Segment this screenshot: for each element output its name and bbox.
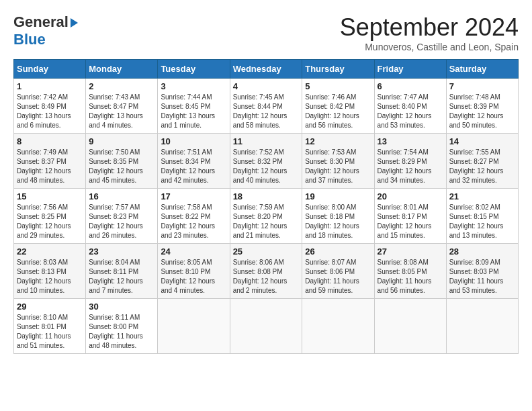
calendar-cell: 7Sunrise: 7:48 AM Sunset: 8:39 PM Daylig… — [446, 79, 518, 134]
day-number: 14 — [449, 136, 515, 146]
day-number: 21 — [449, 191, 515, 201]
calendar-cell: 19Sunrise: 8:00 AM Sunset: 8:18 PM Dayli… — [302, 189, 374, 244]
calendar-cell — [374, 299, 446, 354]
calendar-cell: 18Sunrise: 7:59 AM Sunset: 8:20 PM Dayli… — [230, 189, 302, 244]
day-number: 18 — [233, 191, 300, 201]
calendar-cell: 16Sunrise: 7:57 AM Sunset: 8:23 PM Dayli… — [86, 189, 158, 244]
day-info: Sunrise: 7:56 AM Sunset: 8:25 PM Dayligh… — [17, 203, 83, 240]
day-info: Sunrise: 7:45 AM Sunset: 8:44 PM Dayligh… — [233, 93, 300, 130]
day-info: Sunrise: 7:51 AM Sunset: 8:34 PM Dayligh… — [161, 148, 226, 185]
day-number: 8 — [17, 136, 83, 146]
day-number: 16 — [89, 191, 154, 201]
day-info: Sunrise: 7:44 AM Sunset: 8:45 PM Dayligh… — [161, 93, 226, 130]
header: General Blue September 2024 Munoveros, C… — [13, 13, 519, 52]
day-number: 11 — [233, 136, 300, 146]
day-info: Sunrise: 7:57 AM Sunset: 8:23 PM Dayligh… — [89, 203, 154, 240]
calendar-cell: 14Sunrise: 7:55 AM Sunset: 8:27 PM Dayli… — [446, 134, 518, 189]
header-cell-sunday: Sunday — [14, 60, 86, 79]
calendar-header: SundayMondayTuesdayWednesdayThursdayFrid… — [14, 60, 519, 79]
day-number: 6 — [378, 81, 443, 91]
calendar-cell: 13Sunrise: 7:54 AM Sunset: 8:29 PM Dayli… — [374, 134, 446, 189]
day-info: Sunrise: 7:48 AM Sunset: 8:39 PM Dayligh… — [449, 93, 515, 130]
header-cell-monday: Monday — [86, 60, 158, 79]
day-number: 4 — [233, 81, 300, 91]
day-info: Sunrise: 8:11 AM Sunset: 8:00 PM Dayligh… — [89, 313, 154, 351]
day-info: Sunrise: 8:03 AM Sunset: 8:13 PM Dayligh… — [17, 258, 83, 295]
location-title: Munoveros, Castille and Leon, Spain — [340, 42, 519, 52]
calendar-cell: 8Sunrise: 7:49 AM Sunset: 8:37 PM Daylig… — [14, 134, 86, 189]
day-number: 3 — [161, 81, 226, 91]
day-info: Sunrise: 8:05 AM Sunset: 8:10 PM Dayligh… — [161, 258, 226, 295]
day-number: 13 — [378, 136, 443, 146]
day-number: 26 — [305, 246, 371, 257]
day-info: Sunrise: 7:54 AM Sunset: 8:29 PM Dayligh… — [378, 148, 443, 185]
calendar-week-3: 22Sunrise: 8:03 AM Sunset: 8:13 PM Dayli… — [14, 244, 519, 299]
calendar-cell: 2Sunrise: 7:43 AM Sunset: 8:47 PM Daylig… — [86, 79, 158, 134]
day-number: 7 — [449, 81, 515, 91]
calendar-week-2: 15Sunrise: 7:56 AM Sunset: 8:25 PM Dayli… — [14, 189, 519, 244]
day-number: 27 — [378, 246, 443, 257]
day-info: Sunrise: 7:58 AM Sunset: 8:22 PM Dayligh… — [161, 203, 226, 240]
calendar-cell: 27Sunrise: 8:08 AM Sunset: 8:05 PM Dayli… — [374, 244, 446, 299]
day-number: 24 — [161, 246, 226, 257]
calendar-cell: 21Sunrise: 8:02 AM Sunset: 8:15 PM Dayli… — [446, 189, 518, 244]
calendar-cell: 11Sunrise: 7:52 AM Sunset: 8:32 PM Dayli… — [230, 134, 302, 189]
day-info: Sunrise: 7:55 AM Sunset: 8:27 PM Dayligh… — [449, 148, 515, 185]
day-info: Sunrise: 8:07 AM Sunset: 8:06 PM Dayligh… — [305, 258, 371, 295]
day-info: Sunrise: 7:49 AM Sunset: 8:37 PM Dayligh… — [17, 148, 83, 185]
calendar-cell — [158, 299, 230, 354]
month-title: September 2024 — [340, 13, 519, 42]
calendar-week-0: 1Sunrise: 7:42 AM Sunset: 8:49 PM Daylig… — [14, 79, 519, 134]
day-number: 20 — [378, 191, 443, 201]
calendar-table: SundayMondayTuesdayWednesdayThursdayFrid… — [13, 59, 519, 354]
day-info: Sunrise: 8:00 AM Sunset: 8:18 PM Dayligh… — [305, 203, 371, 240]
calendar-week-1: 8Sunrise: 7:49 AM Sunset: 8:37 PM Daylig… — [14, 134, 519, 189]
day-number: 17 — [161, 191, 226, 201]
day-number: 30 — [89, 302, 154, 312]
day-info: Sunrise: 7:42 AM Sunset: 8:49 PM Dayligh… — [17, 93, 83, 130]
day-number: 12 — [305, 136, 371, 146]
calendar-cell: 30Sunrise: 8:11 AM Sunset: 8:00 PM Dayli… — [86, 299, 158, 354]
day-info: Sunrise: 8:08 AM Sunset: 8:05 PM Dayligh… — [378, 258, 443, 295]
header-cell-tuesday: Tuesday — [158, 60, 230, 79]
day-info: Sunrise: 7:46 AM Sunset: 8:42 PM Dayligh… — [305, 93, 371, 130]
day-number: 2 — [89, 81, 154, 91]
calendar-cell: 28Sunrise: 8:09 AM Sunset: 8:03 PM Dayli… — [446, 244, 518, 299]
day-number: 5 — [305, 81, 371, 91]
calendar-cell: 1Sunrise: 7:42 AM Sunset: 8:49 PM Daylig… — [14, 79, 86, 134]
logo-arrow-icon — [71, 18, 78, 28]
logo-blue: Blue — [13, 31, 46, 48]
day-info: Sunrise: 8:06 AM Sunset: 8:08 PM Dayligh… — [233, 258, 300, 295]
calendar-cell — [446, 299, 518, 354]
day-number: 28 — [449, 246, 515, 257]
calendar-cell: 6Sunrise: 7:47 AM Sunset: 8:40 PM Daylig… — [374, 79, 446, 134]
calendar-cell: 5Sunrise: 7:46 AM Sunset: 8:42 PM Daylig… — [302, 79, 374, 134]
calendar-cell — [302, 299, 374, 354]
logo: General Blue — [13, 13, 78, 48]
day-number: 10 — [161, 136, 226, 146]
calendar-cell: 20Sunrise: 8:01 AM Sunset: 8:17 PM Dayli… — [374, 189, 446, 244]
day-number: 19 — [305, 191, 371, 201]
day-info: Sunrise: 7:59 AM Sunset: 8:20 PM Dayligh… — [233, 203, 300, 240]
day-info: Sunrise: 8:09 AM Sunset: 8:03 PM Dayligh… — [449, 258, 515, 295]
day-number: 29 — [17, 302, 83, 312]
logo-general: General — [13, 13, 69, 31]
header-row: SundayMondayTuesdayWednesdayThursdayFrid… — [14, 60, 519, 79]
calendar-cell: 15Sunrise: 7:56 AM Sunset: 8:25 PM Dayli… — [14, 189, 86, 244]
calendar-cell: 25Sunrise: 8:06 AM Sunset: 8:08 PM Dayli… — [230, 244, 302, 299]
calendar-cell: 22Sunrise: 8:03 AM Sunset: 8:13 PM Dayli… — [14, 244, 86, 299]
calendar-cell: 17Sunrise: 7:58 AM Sunset: 8:22 PM Dayli… — [158, 189, 230, 244]
calendar-body: 1Sunrise: 7:42 AM Sunset: 8:49 PM Daylig… — [14, 79, 519, 354]
calendar-cell: 12Sunrise: 7:53 AM Sunset: 8:30 PM Dayli… — [302, 134, 374, 189]
day-number: 9 — [89, 136, 154, 146]
title-area: September 2024 Munoveros, Castille and L… — [340, 13, 519, 52]
header-cell-saturday: Saturday — [446, 60, 518, 79]
day-number: 25 — [233, 246, 300, 257]
day-info: Sunrise: 7:50 AM Sunset: 8:35 PM Dayligh… — [89, 148, 154, 185]
day-info: Sunrise: 7:47 AM Sunset: 8:40 PM Dayligh… — [378, 93, 443, 130]
calendar-cell: 4Sunrise: 7:45 AM Sunset: 8:44 PM Daylig… — [230, 79, 302, 134]
day-number: 15 — [17, 191, 83, 201]
calendar-cell: 29Sunrise: 8:10 AM Sunset: 8:01 PM Dayli… — [14, 299, 86, 354]
day-number: 23 — [89, 246, 154, 257]
calendar-cell — [230, 299, 302, 354]
